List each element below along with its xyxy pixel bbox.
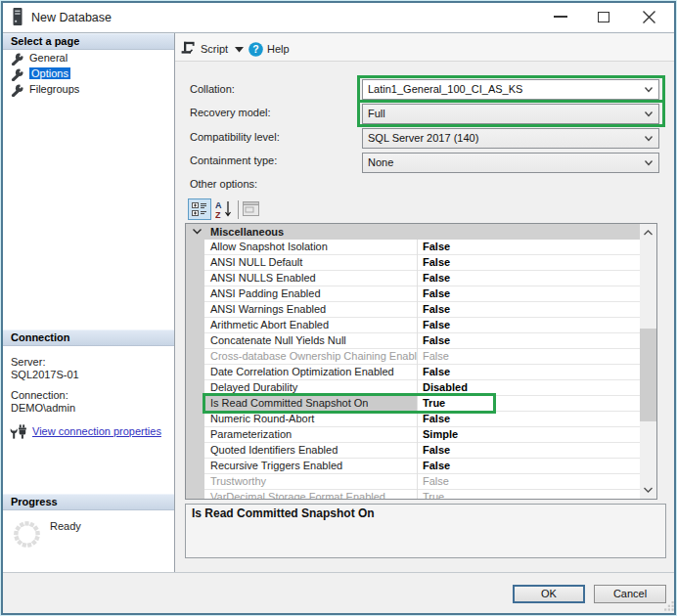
svg-text:Z: Z bbox=[215, 210, 221, 219]
svg-text:?: ? bbox=[252, 43, 258, 55]
svg-text:A: A bbox=[215, 200, 222, 210]
